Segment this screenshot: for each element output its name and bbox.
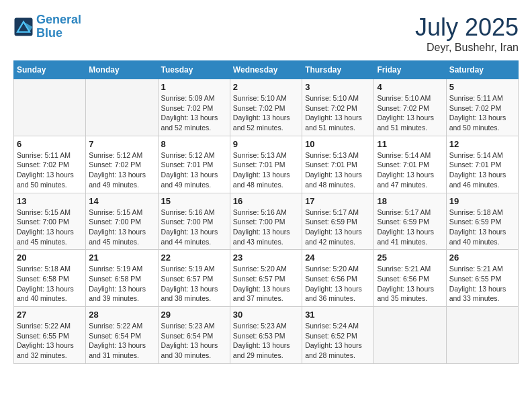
day-number: 31	[305, 310, 371, 320]
day-info: Sunrise: 5:10 AM Sunset: 7:02 PM Dayligh…	[305, 93, 371, 133]
day-header-saturday: Saturday	[446, 61, 518, 79]
day-info: Sunrise: 5:23 AM Sunset: 6:53 PM Dayligh…	[233, 321, 299, 361]
day-number: 6	[17, 139, 83, 149]
day-number: 1	[161, 82, 227, 92]
calendar-header-row: SundayMondayTuesdayWednesdayThursdayFrid…	[14, 61, 519, 79]
day-info: Sunrise: 5:19 AM Sunset: 6:58 PM Dayligh…	[89, 264, 154, 304]
day-number: 23	[233, 253, 299, 263]
page-header: General Blue July 2025 Deyr, Bushehr, Ir…	[13, 13, 519, 54]
day-info: Sunrise: 5:12 AM Sunset: 7:02 PM Dayligh…	[89, 150, 154, 190]
calendar-cell: 10Sunrise: 5:13 AM Sunset: 7:01 PM Dayli…	[302, 136, 374, 193]
calendar-cell	[374, 307, 446, 364]
day-number: 28	[89, 310, 154, 320]
day-number: 2	[233, 82, 299, 92]
calendar-cell: 19Sunrise: 5:18 AM Sunset: 6:59 PM Dayli…	[446, 193, 518, 250]
title-block: July 2025 Deyr, Bushehr, Iran	[415, 13, 519, 54]
day-info: Sunrise: 5:19 AM Sunset: 6:57 PM Dayligh…	[161, 264, 227, 304]
day-info: Sunrise: 5:14 AM Sunset: 7:01 PM Dayligh…	[377, 150, 443, 190]
day-number: 12	[449, 139, 515, 149]
calendar-cell	[446, 307, 518, 364]
calendar-cell: 25Sunrise: 5:21 AM Sunset: 6:56 PM Dayli…	[374, 250, 446, 307]
calendar-cell: 15Sunrise: 5:16 AM Sunset: 7:00 PM Dayli…	[158, 193, 230, 250]
day-number: 21	[89, 253, 154, 263]
day-number: 11	[377, 139, 443, 149]
calendar-week-row: 20Sunrise: 5:18 AM Sunset: 6:58 PM Dayli…	[14, 250, 519, 307]
day-info: Sunrise: 5:17 AM Sunset: 6:59 PM Dayligh…	[377, 208, 443, 247]
day-header-sunday: Sunday	[14, 61, 86, 79]
day-info: Sunrise: 5:20 AM Sunset: 6:56 PM Dayligh…	[305, 264, 371, 304]
day-number: 16	[233, 196, 299, 206]
logo: General Blue	[13, 13, 81, 40]
calendar-cell: 18Sunrise: 5:17 AM Sunset: 6:59 PM Dayli…	[374, 193, 446, 250]
day-number: 18	[377, 196, 443, 206]
day-info: Sunrise: 5:11 AM Sunset: 7:02 PM Dayligh…	[449, 93, 515, 133]
day-info: Sunrise: 5:18 AM Sunset: 6:59 PM Dayligh…	[449, 208, 515, 247]
day-info: Sunrise: 5:11 AM Sunset: 7:02 PM Dayligh…	[17, 150, 83, 190]
day-info: Sunrise: 5:21 AM Sunset: 6:55 PM Dayligh…	[449, 264, 515, 304]
day-number: 24	[305, 253, 371, 263]
logo-text: General Blue	[36, 13, 81, 40]
calendar-table: SundayMondayTuesdayWednesdayThursdayFrid…	[13, 60, 519, 364]
day-info: Sunrise: 5:15 AM Sunset: 7:00 PM Dayligh…	[17, 208, 83, 247]
day-info: Sunrise: 5:14 AM Sunset: 7:01 PM Dayligh…	[449, 150, 515, 190]
day-number: 29	[161, 310, 227, 320]
day-header-tuesday: Tuesday	[158, 61, 230, 79]
day-number: 5	[449, 82, 515, 92]
calendar-cell: 21Sunrise: 5:19 AM Sunset: 6:58 PM Dayli…	[86, 250, 158, 307]
day-number: 17	[305, 196, 371, 206]
day-info: Sunrise: 5:15 AM Sunset: 7:00 PM Dayligh…	[89, 208, 154, 247]
day-number: 10	[305, 139, 371, 149]
calendar-cell: 29Sunrise: 5:23 AM Sunset: 6:54 PM Dayli…	[158, 307, 230, 364]
day-info: Sunrise: 5:10 AM Sunset: 7:02 PM Dayligh…	[233, 93, 299, 133]
day-header-wednesday: Wednesday	[230, 61, 302, 79]
calendar-cell: 30Sunrise: 5:23 AM Sunset: 6:53 PM Dayli…	[230, 307, 302, 364]
calendar-week-row: 6Sunrise: 5:11 AM Sunset: 7:02 PM Daylig…	[14, 136, 519, 193]
day-header-friday: Friday	[374, 61, 446, 79]
day-number: 22	[161, 253, 227, 263]
day-number: 8	[161, 139, 227, 149]
day-header-monday: Monday	[86, 61, 158, 79]
calendar-cell: 27Sunrise: 5:22 AM Sunset: 6:55 PM Dayli…	[14, 307, 86, 364]
day-info: Sunrise: 5:16 AM Sunset: 7:00 PM Dayligh…	[233, 208, 299, 247]
day-info: Sunrise: 5:22 AM Sunset: 6:54 PM Dayligh…	[89, 321, 154, 361]
calendar-cell: 5Sunrise: 5:11 AM Sunset: 7:02 PM Daylig…	[446, 79, 518, 136]
calendar-cell: 3Sunrise: 5:10 AM Sunset: 7:02 PM Daylig…	[302, 79, 374, 136]
day-number: 30	[233, 310, 299, 320]
calendar-cell	[86, 79, 158, 136]
day-info: Sunrise: 5:16 AM Sunset: 7:00 PM Dayligh…	[161, 208, 227, 247]
calendar-cell: 11Sunrise: 5:14 AM Sunset: 7:01 PM Dayli…	[374, 136, 446, 193]
calendar-cell: 22Sunrise: 5:19 AM Sunset: 6:57 PM Dayli…	[158, 250, 230, 307]
day-info: Sunrise: 5:20 AM Sunset: 6:57 PM Dayligh…	[233, 264, 299, 304]
calendar-cell: 7Sunrise: 5:12 AM Sunset: 7:02 PM Daylig…	[86, 136, 158, 193]
day-number: 3	[305, 82, 371, 92]
day-number: 25	[377, 253, 443, 263]
day-info: Sunrise: 5:21 AM Sunset: 6:56 PM Dayligh…	[377, 264, 443, 304]
calendar-cell: 23Sunrise: 5:20 AM Sunset: 6:57 PM Dayli…	[230, 250, 302, 307]
calendar-cell: 17Sunrise: 5:17 AM Sunset: 6:59 PM Dayli…	[302, 193, 374, 250]
day-info: Sunrise: 5:12 AM Sunset: 7:01 PM Dayligh…	[161, 150, 227, 190]
day-number: 15	[161, 196, 227, 206]
day-number: 27	[17, 310, 83, 320]
day-info: Sunrise: 5:13 AM Sunset: 7:01 PM Dayligh…	[233, 150, 299, 190]
calendar-cell: 8Sunrise: 5:12 AM Sunset: 7:01 PM Daylig…	[158, 136, 230, 193]
logo-line1: General	[36, 13, 81, 26]
calendar-cell: 28Sunrise: 5:22 AM Sunset: 6:54 PM Dayli…	[86, 307, 158, 364]
calendar-cell: 12Sunrise: 5:14 AM Sunset: 7:01 PM Dayli…	[446, 136, 518, 193]
day-number: 13	[17, 196, 83, 206]
calendar-cell: 4Sunrise: 5:10 AM Sunset: 7:02 PM Daylig…	[374, 79, 446, 136]
day-info: Sunrise: 5:17 AM Sunset: 6:59 PM Dayligh…	[305, 208, 371, 247]
calendar-cell: 2Sunrise: 5:10 AM Sunset: 7:02 PM Daylig…	[230, 79, 302, 136]
day-info: Sunrise: 5:24 AM Sunset: 6:52 PM Dayligh…	[305, 321, 371, 361]
calendar-cell: 6Sunrise: 5:11 AM Sunset: 7:02 PM Daylig…	[14, 136, 86, 193]
calendar-cell: 1Sunrise: 5:09 AM Sunset: 7:02 PM Daylig…	[158, 79, 230, 136]
calendar-cell: 13Sunrise: 5:15 AM Sunset: 7:00 PM Dayli…	[14, 193, 86, 250]
day-header-thursday: Thursday	[302, 61, 374, 79]
calendar-cell: 24Sunrise: 5:20 AM Sunset: 6:56 PM Dayli…	[302, 250, 374, 307]
day-number: 26	[449, 253, 515, 263]
calendar-week-row: 1Sunrise: 5:09 AM Sunset: 7:02 PM Daylig…	[14, 79, 519, 136]
day-info: Sunrise: 5:09 AM Sunset: 7:02 PM Dayligh…	[161, 93, 227, 133]
day-number: 7	[89, 139, 154, 149]
calendar-cell: 26Sunrise: 5:21 AM Sunset: 6:55 PM Dayli…	[446, 250, 518, 307]
day-info: Sunrise: 5:22 AM Sunset: 6:55 PM Dayligh…	[17, 321, 83, 361]
calendar-cell: 20Sunrise: 5:18 AM Sunset: 6:58 PM Dayli…	[14, 250, 86, 307]
